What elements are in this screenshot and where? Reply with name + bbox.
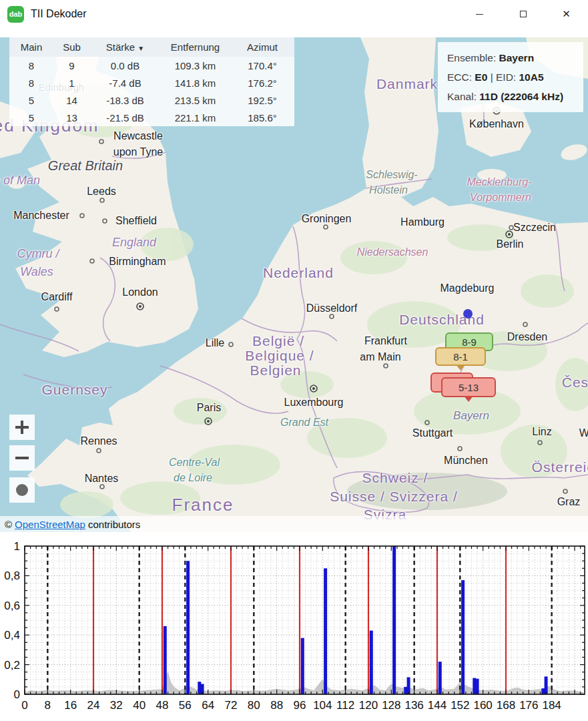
table-row[interactable]: 890.0 dB109.3 km170.4° bbox=[9, 57, 294, 74]
tii-bar bbox=[198, 682, 201, 694]
y-tick-label: 0,8 bbox=[4, 569, 20, 582]
column-header-sub[interactable]: Sub bbox=[53, 41, 90, 53]
minus-icon bbox=[15, 457, 29, 459]
zoom-out-button[interactable] bbox=[9, 445, 35, 471]
tii-marker-label: 8-9 bbox=[462, 336, 477, 348]
tii-bar bbox=[541, 688, 545, 694]
table-cell: 176.2° bbox=[230, 77, 294, 89]
maximize-icon bbox=[520, 11, 527, 17]
chart-svg: 0816243240485664728088961041121201281361… bbox=[0, 532, 588, 721]
x-tick-label: 40 bbox=[133, 699, 145, 712]
attribution-suffix: contributors bbox=[88, 519, 140, 530]
dab-logo-icon: dab bbox=[7, 6, 24, 23]
table-row[interactable]: 513-21.5 dB221.1 km185.6° bbox=[9, 109, 294, 126]
ecc-eid-line: ECC: E0 | EID: 10A5 bbox=[447, 67, 583, 87]
table-cell: -18.3 dB bbox=[90, 95, 160, 106]
x-tick-label: 88 bbox=[270, 699, 283, 712]
ensemble-line: Ensemble: Bayern bbox=[447, 48, 583, 67]
tii-bar bbox=[324, 568, 327, 694]
x-tick-label: 144 bbox=[428, 699, 447, 712]
sort-desc-icon: ▼ bbox=[137, 45, 144, 52]
attribution-copyright: © bbox=[5, 519, 12, 530]
x-tick-label: 104 bbox=[313, 699, 332, 712]
openstreetmap-link[interactable]: OpenStreetMap bbox=[15, 519, 85, 530]
tii-correlation-chart: 0816243240485664728088961041121201281361… bbox=[0, 532, 588, 721]
table-row[interactable]: 514-18.3 dB213.5 km192.5° bbox=[9, 91, 294, 109]
table-cell: 13 bbox=[53, 112, 90, 124]
locate-circle-icon bbox=[16, 484, 28, 496]
table-cell: -7.4 dB bbox=[90, 77, 160, 89]
map-attribution: © OpenStreetMap contributors bbox=[0, 516, 588, 532]
x-tick-label: 72 bbox=[225, 699, 238, 712]
tii-results-table: Main Sub Stärke▼ Entfernung Azimut 890.0… bbox=[9, 37, 294, 126]
tii-marker-label: 5-13 bbox=[459, 382, 479, 393]
minimize-icon bbox=[476, 14, 483, 15]
column-header-entfernung[interactable]: Entfernung bbox=[160, 41, 230, 53]
x-tick-label: 48 bbox=[156, 699, 169, 712]
position-marker-dot[interactable] bbox=[463, 309, 473, 318]
y-tick-label: 1 bbox=[14, 540, 20, 553]
tii-bar bbox=[370, 631, 373, 694]
table-header-row: Main Sub Stärke▼ Entfernung Azimut bbox=[9, 37, 294, 57]
window-title: TII Dekoder bbox=[31, 8, 87, 20]
x-tick-label: 8 bbox=[45, 699, 51, 712]
column-header-main[interactable]: Main bbox=[9, 41, 53, 53]
tii-marker-8-1[interactable]: 8-1 bbox=[435, 347, 486, 366]
table-cell: 213.5 km bbox=[160, 95, 230, 106]
x-tick-label: 160 bbox=[473, 699, 492, 712]
tii-bar bbox=[404, 687, 407, 694]
tii-bar bbox=[461, 580, 465, 694]
table-cell: 5 bbox=[9, 95, 53, 106]
table-cell: 8 bbox=[9, 77, 53, 89]
ecc-value: E0 bbox=[475, 71, 487, 83]
eid-value: 10A5 bbox=[519, 71, 543, 83]
table-cell: 5 bbox=[9, 112, 53, 124]
x-tick-label: 24 bbox=[87, 699, 100, 712]
x-tick-label: 136 bbox=[404, 699, 423, 712]
map-land-falster bbox=[477, 169, 507, 181]
tii-bar bbox=[473, 678, 476, 694]
tii-marker-label: 8-1 bbox=[453, 351, 468, 363]
table-cell: 141.8 km bbox=[160, 77, 230, 89]
close-button[interactable]: ✕ bbox=[545, 0, 588, 28]
tii-bar bbox=[392, 546, 396, 694]
locate-button[interactable] bbox=[9, 477, 35, 503]
map-land-jylland bbox=[360, 37, 438, 201]
table-cell: 185.6° bbox=[230, 112, 294, 124]
x-tick-label: 176 bbox=[519, 699, 538, 712]
table-cell: -21.5 dB bbox=[90, 112, 160, 124]
tii-bar bbox=[186, 561, 190, 694]
kanal-value: 11D (222064 kHz) bbox=[479, 91, 563, 102]
x-tick-label: 32 bbox=[110, 699, 123, 712]
x-tick-label: 96 bbox=[294, 699, 306, 712]
column-header-azimut[interactable]: Azimut bbox=[230, 41, 294, 53]
column-header-staerke[interactable]: Stärke▼ bbox=[90, 41, 160, 53]
x-tick-label: 152 bbox=[451, 699, 469, 712]
title-bar: dab TII Dekoder ✕ bbox=[0, 0, 588, 37]
x-tick-label: 0 bbox=[21, 699, 27, 712]
map-canvas[interactable]: © OpenStreetMap contributors Main Sub St… bbox=[0, 37, 588, 532]
x-tick-label: 16 bbox=[64, 699, 77, 712]
table-cell: 8 bbox=[9, 60, 53, 71]
zoom-in-button[interactable] bbox=[9, 415, 35, 440]
close-icon: ✕ bbox=[562, 8, 571, 20]
x-tick-label: 128 bbox=[382, 699, 400, 712]
x-tick-label: 56 bbox=[179, 699, 192, 712]
minimize-button[interactable] bbox=[458, 0, 501, 28]
x-tick-label: 112 bbox=[336, 699, 354, 712]
map-land-fyn bbox=[399, 154, 426, 176]
kanal-line: Kanal: 11D (222064 kHz) bbox=[447, 87, 583, 106]
maximize-button[interactable] bbox=[501, 0, 545, 28]
y-tick-label: 0,2 bbox=[4, 659, 20, 672]
x-tick-label: 64 bbox=[202, 699, 214, 712]
y-tick-label: 0 bbox=[14, 688, 20, 701]
ensemble-value: Bayern bbox=[499, 52, 535, 63]
table-cell: 14 bbox=[53, 95, 90, 106]
x-tick-label: 184 bbox=[542, 699, 561, 712]
table-cell: 170.4° bbox=[230, 60, 294, 71]
table-row[interactable]: 81-7.4 dB141.8 km176.2° bbox=[9, 74, 294, 91]
x-tick-label: 168 bbox=[497, 699, 515, 712]
tii-marker-5-13[interactable]: 5-13 bbox=[441, 377, 496, 397]
table-cell: 221.1 km bbox=[160, 112, 230, 124]
y-tick-label: 0,4 bbox=[4, 629, 20, 642]
